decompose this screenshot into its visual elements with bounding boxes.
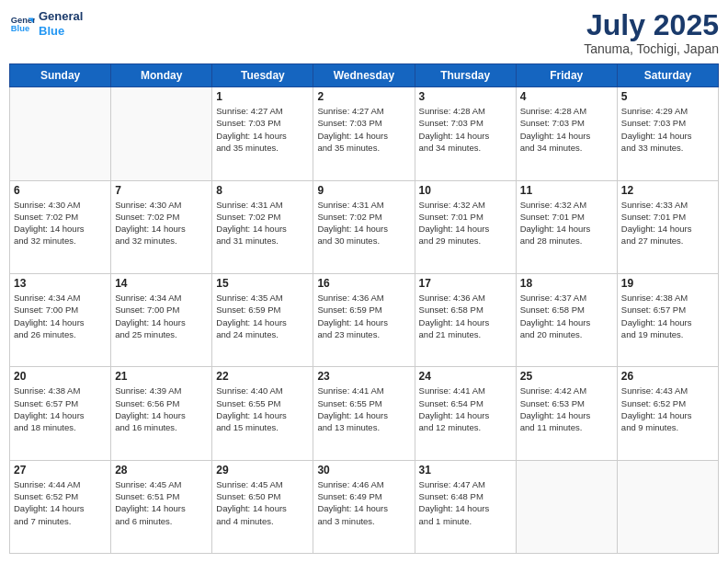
cell-content: Sunrise: 4:29 AMSunset: 7:03 PMDaylight:… bbox=[621, 105, 714, 154]
day-number: 26 bbox=[621, 370, 714, 383]
cell-content: Sunrise: 4:35 AMSunset: 6:59 PMDaylight:… bbox=[216, 292, 309, 340]
day-number: 30 bbox=[317, 464, 410, 477]
cell-3-6: 26Sunrise: 4:43 AMSunset: 6:52 PMDayligh… bbox=[617, 367, 718, 460]
cell-4-4: 31Sunrise: 4:47 AMSunset: 6:48 PMDayligh… bbox=[415, 460, 516, 553]
cell-0-6: 5Sunrise: 4:29 AMSunset: 7:03 PMDaylight… bbox=[617, 87, 718, 180]
day-number: 28 bbox=[115, 464, 208, 477]
col-friday: Friday bbox=[516, 64, 617, 87]
cell-2-1: 14Sunrise: 4:34 AMSunset: 7:00 PMDayligh… bbox=[111, 273, 212, 366]
cell-content: Sunrise: 4:33 AMSunset: 7:01 PMDaylight:… bbox=[621, 199, 714, 247]
cell-2-4: 17Sunrise: 4:36 AMSunset: 6:58 PMDayligh… bbox=[415, 273, 516, 366]
cell-content: Sunrise: 4:31 AMSunset: 7:02 PMDaylight:… bbox=[317, 199, 410, 247]
calendar-table: Sunday Monday Tuesday Wednesday Thursday… bbox=[9, 63, 719, 554]
cell-4-6 bbox=[617, 460, 718, 553]
day-number: 12 bbox=[621, 184, 714, 197]
cell-3-1: 21Sunrise: 4:39 AMSunset: 6:56 PMDayligh… bbox=[111, 367, 212, 460]
cell-content: Sunrise: 4:40 AMSunset: 6:55 PMDaylight:… bbox=[216, 385, 309, 433]
title-block: July 2025 Tanuma, Tochigi, Japan bbox=[584, 9, 719, 56]
cell-2-3: 16Sunrise: 4:36 AMSunset: 6:59 PMDayligh… bbox=[313, 273, 415, 366]
cell-1-6: 12Sunrise: 4:33 AMSunset: 7:01 PMDayligh… bbox=[617, 180, 718, 273]
cell-content: Sunrise: 4:37 AMSunset: 6:58 PMDaylight:… bbox=[520, 292, 613, 340]
cell-1-3: 9Sunrise: 4:31 AMSunset: 7:02 PMDaylight… bbox=[313, 180, 415, 273]
month-year: July 2025 bbox=[584, 9, 719, 41]
cell-0-1 bbox=[111, 87, 212, 180]
cell-content: Sunrise: 4:47 AMSunset: 6:48 PMDaylight:… bbox=[419, 478, 512, 527]
cell-content: Sunrise: 4:39 AMSunset: 6:56 PMDaylight:… bbox=[115, 385, 208, 433]
cell-4-0: 27Sunrise: 4:44 AMSunset: 6:52 PMDayligh… bbox=[10, 460, 111, 553]
cell-1-4: 10Sunrise: 4:32 AMSunset: 7:01 PMDayligh… bbox=[415, 180, 516, 273]
cell-content: Sunrise: 4:28 AMSunset: 7:03 PMDaylight:… bbox=[419, 105, 512, 154]
logo-general-text: General bbox=[39, 9, 83, 24]
week-row-5: 27Sunrise: 4:44 AMSunset: 6:52 PMDayligh… bbox=[10, 460, 719, 553]
cell-0-4: 3Sunrise: 4:28 AMSunset: 7:03 PMDaylight… bbox=[415, 87, 516, 180]
cell-3-3: 23Sunrise: 4:41 AMSunset: 6:55 PMDayligh… bbox=[313, 367, 415, 460]
day-number: 14 bbox=[115, 277, 208, 290]
day-number: 1 bbox=[216, 90, 309, 103]
cell-3-5: 25Sunrise: 4:42 AMSunset: 6:53 PMDayligh… bbox=[516, 367, 617, 460]
cell-2-6: 19Sunrise: 4:38 AMSunset: 6:57 PMDayligh… bbox=[617, 273, 718, 366]
cell-4-5 bbox=[516, 460, 617, 553]
day-number: 9 bbox=[317, 184, 410, 197]
cell-0-0 bbox=[10, 87, 111, 180]
day-number: 20 bbox=[14, 370, 107, 383]
day-number: 18 bbox=[520, 277, 613, 290]
day-number: 23 bbox=[317, 370, 410, 383]
calendar-page: General Blue General Blue July 2025 Tanu… bbox=[0, 0, 728, 563]
cell-content: Sunrise: 4:32 AMSunset: 7:01 PMDaylight:… bbox=[419, 199, 512, 247]
cell-content: Sunrise: 4:34 AMSunset: 7:00 PMDaylight:… bbox=[14, 292, 107, 340]
cell-4-2: 29Sunrise: 4:45 AMSunset: 6:50 PMDayligh… bbox=[212, 460, 313, 553]
day-number: 2 bbox=[317, 90, 410, 103]
cell-2-5: 18Sunrise: 4:37 AMSunset: 6:58 PMDayligh… bbox=[516, 273, 617, 366]
col-monday: Monday bbox=[111, 64, 212, 87]
col-thursday: Thursday bbox=[415, 64, 516, 87]
cell-1-0: 6Sunrise: 4:30 AMSunset: 7:02 PMDaylight… bbox=[10, 180, 111, 273]
cell-1-1: 7Sunrise: 4:30 AMSunset: 7:02 PMDaylight… bbox=[111, 180, 212, 273]
day-number: 17 bbox=[419, 277, 512, 290]
day-number: 5 bbox=[621, 90, 714, 103]
cell-1-5: 11Sunrise: 4:32 AMSunset: 7:01 PMDayligh… bbox=[516, 180, 617, 273]
day-number: 7 bbox=[115, 184, 208, 197]
logo-blue-text: Blue bbox=[39, 24, 83, 39]
day-number: 19 bbox=[621, 277, 714, 290]
cell-content: Sunrise: 4:41 AMSunset: 6:55 PMDaylight:… bbox=[317, 385, 410, 433]
cell-3-2: 22Sunrise: 4:40 AMSunset: 6:55 PMDayligh… bbox=[212, 367, 313, 460]
day-number: 27 bbox=[14, 464, 107, 477]
week-row-1: 1Sunrise: 4:27 AMSunset: 7:03 PMDaylight… bbox=[10, 87, 719, 180]
cell-content: Sunrise: 4:44 AMSunset: 6:52 PMDaylight:… bbox=[14, 478, 107, 527]
cell-content: Sunrise: 4:45 AMSunset: 6:51 PMDaylight:… bbox=[115, 478, 208, 527]
svg-text:Blue: Blue bbox=[11, 24, 29, 33]
day-number: 4 bbox=[520, 90, 613, 103]
day-number: 22 bbox=[216, 370, 309, 383]
cell-content: Sunrise: 4:30 AMSunset: 7:02 PMDaylight:… bbox=[115, 199, 208, 247]
cell-content: Sunrise: 4:36 AMSunset: 6:58 PMDaylight:… bbox=[419, 292, 512, 340]
week-row-3: 13Sunrise: 4:34 AMSunset: 7:00 PMDayligh… bbox=[10, 273, 719, 366]
cell-content: Sunrise: 4:32 AMSunset: 7:01 PMDaylight:… bbox=[520, 199, 613, 247]
cell-4-3: 30Sunrise: 4:46 AMSunset: 6:49 PMDayligh… bbox=[313, 460, 415, 553]
day-number: 13 bbox=[14, 277, 107, 290]
col-saturday: Saturday bbox=[617, 64, 718, 87]
col-wednesday: Wednesday bbox=[313, 64, 415, 87]
location: Tanuma, Tochigi, Japan bbox=[584, 41, 719, 56]
cell-content: Sunrise: 4:41 AMSunset: 6:54 PMDaylight:… bbox=[419, 385, 512, 433]
cell-0-3: 2Sunrise: 4:27 AMSunset: 7:03 PMDaylight… bbox=[313, 87, 415, 180]
header: General Blue General Blue July 2025 Tanu… bbox=[9, 9, 719, 56]
header-row: Sunday Monday Tuesday Wednesday Thursday… bbox=[10, 64, 719, 87]
day-number: 21 bbox=[115, 370, 208, 383]
logo: General Blue General Blue bbox=[9, 9, 83, 38]
day-number: 8 bbox=[216, 184, 309, 197]
cell-content: Sunrise: 4:30 AMSunset: 7:02 PMDaylight:… bbox=[14, 199, 107, 247]
cell-0-2: 1Sunrise: 4:27 AMSunset: 7:03 PMDaylight… bbox=[212, 87, 313, 180]
cell-content: Sunrise: 4:27 AMSunset: 7:03 PMDaylight:… bbox=[216, 105, 309, 154]
cell-content: Sunrise: 4:45 AMSunset: 6:50 PMDaylight:… bbox=[216, 478, 309, 527]
cell-content: Sunrise: 4:46 AMSunset: 6:49 PMDaylight:… bbox=[317, 478, 410, 527]
cell-content: Sunrise: 4:28 AMSunset: 7:03 PMDaylight:… bbox=[520, 105, 613, 154]
cell-0-5: 4Sunrise: 4:28 AMSunset: 7:03 PMDaylight… bbox=[516, 87, 617, 180]
cell-content: Sunrise: 4:43 AMSunset: 6:52 PMDaylight:… bbox=[621, 385, 714, 433]
cell-2-2: 15Sunrise: 4:35 AMSunset: 6:59 PMDayligh… bbox=[212, 273, 313, 366]
cell-content: Sunrise: 4:42 AMSunset: 6:53 PMDaylight:… bbox=[520, 385, 613, 433]
day-number: 10 bbox=[419, 184, 512, 197]
day-number: 31 bbox=[419, 464, 512, 477]
day-number: 3 bbox=[419, 90, 512, 103]
day-number: 25 bbox=[520, 370, 613, 383]
day-number: 16 bbox=[317, 277, 410, 290]
